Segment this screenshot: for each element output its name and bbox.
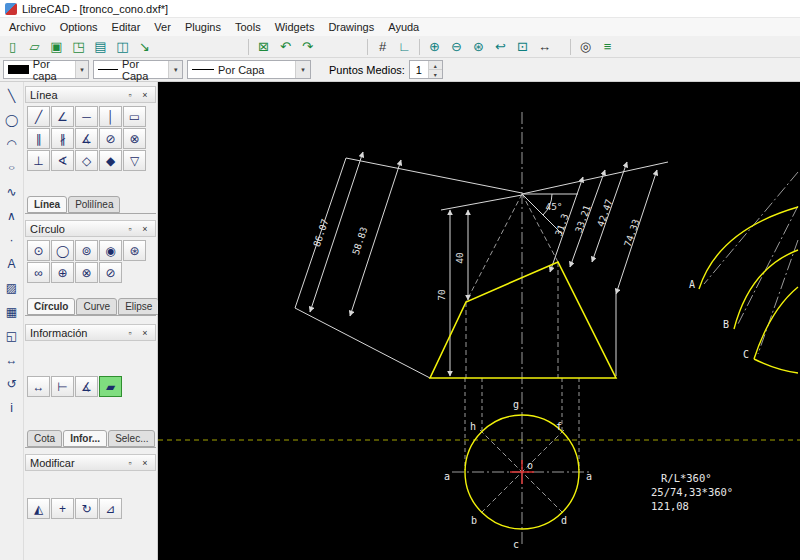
info-tool-icon[interactable]: i	[2, 397, 22, 419]
tab-curve[interactable]: Curve	[76, 298, 117, 315]
zoom-previous-icon[interactable]: ↩	[490, 37, 511, 56]
hatch-tool-icon[interactable]: ▨	[2, 277, 22, 299]
line-relative-angle-icon[interactable]: ∢	[51, 150, 74, 171]
circle-tangent-two-points-icon[interactable]: ∞	[27, 262, 50, 283]
tab-cota[interactable]: Cota	[27, 430, 62, 447]
tab-polilinea[interactable]: Polilínea	[68, 196, 120, 213]
modify-move-icon[interactable]: +	[51, 498, 74, 519]
polygon-center-tangent-icon[interactable]: ◆	[99, 150, 122, 171]
undo-icon[interactable]: ↶	[275, 37, 296, 56]
close-panel-icon[interactable]: ×	[139, 89, 151, 101]
print-icon[interactable]: ▤	[90, 37, 111, 56]
line-angle-icon[interactable]: ∠	[51, 106, 74, 127]
spline-tool-icon[interactable]: ∿	[2, 181, 22, 203]
tab-informacion[interactable]: Infor...	[63, 430, 107, 447]
dim-height-total: 70	[436, 289, 447, 301]
float-panel-icon[interactable]: ▫	[124, 89, 136, 101]
menu-editar[interactable]: Editar	[105, 19, 148, 35]
line-horizontal-icon[interactable]: ─	[75, 106, 98, 127]
main-toolbar: ▯ ▱ ▣ ◳ ▤ ◫ ↘ ⊠ ↶ ↷ # ∟ ⊕ ⊖ ⊛ ↩ ⊡ ↔ ◎ ≡	[0, 36, 800, 58]
line-width-combo[interactable]: Por Capa ▾	[93, 60, 183, 79]
draw-order-icon[interactable]: ≡	[597, 37, 618, 56]
line-tangent-point-icon[interactable]: ⊘	[99, 128, 122, 149]
open-folder-icon[interactable]: ▱	[24, 37, 45, 56]
modify-trim-icon[interactable]: ⊿	[99, 498, 122, 519]
circle-two-points-radius-icon[interactable]: ⊚	[75, 240, 98, 261]
float-panel-icon[interactable]: ▫	[124, 327, 136, 339]
ortho-icon[interactable]: ∟	[394, 37, 415, 56]
info-distance-entity-icon[interactable]: ⊢	[51, 376, 74, 397]
text-tool-icon[interactable]: A	[2, 253, 22, 275]
arc-tool-icon[interactable]: ◠	[2, 133, 22, 155]
layer-color-combo[interactable]: Por capa ▾	[3, 60, 89, 79]
circle-center-radius-icon[interactable]: ⊛	[123, 240, 146, 261]
save-icon[interactable]: ▣	[46, 37, 67, 56]
midpoints-spinner[interactable]: 1 ▴ ▾	[409, 60, 443, 79]
polyline-tool-icon[interactable]: ∧	[2, 205, 22, 227]
redo-icon[interactable]: ↷	[297, 37, 318, 56]
zoom-in-icon[interactable]: ⊕	[424, 37, 445, 56]
export-image-icon[interactable]: ↘	[134, 37, 155, 56]
circle-tool-icon[interactable]: ◯	[2, 109, 22, 131]
circle-tangent-three-icon[interactable]: ⊘	[99, 262, 122, 283]
line-parallel-icon[interactable]: ∥	[27, 128, 50, 149]
menu-tools[interactable]: Tools	[228, 19, 268, 35]
float-panel-icon[interactable]: ▫	[124, 223, 136, 235]
line-type-combo[interactable]: Por Capa ▾	[187, 60, 311, 79]
info-angle-icon[interactable]: ∡	[75, 376, 98, 397]
circle-tangent-circles-radius-icon[interactable]: ⊕	[51, 262, 74, 283]
point-tool-icon[interactable]: ·	[2, 229, 22, 251]
line-vertical-icon[interactable]: │	[99, 106, 122, 127]
info-distance-point-point-icon[interactable]: ↔	[27, 376, 50, 397]
close-panel-icon[interactable]: ×	[139, 327, 151, 339]
tab-linea[interactable]: Línea	[27, 196, 67, 213]
menu-options[interactable]: Options	[53, 19, 105, 35]
circle-tangent-two-circles-icon[interactable]: ⊗	[75, 262, 98, 283]
float-panel-icon[interactable]: ▫	[124, 457, 136, 469]
tab-circulo[interactable]: Círculo	[27, 298, 75, 315]
menu-plugins[interactable]: Plugins	[178, 19, 228, 35]
tab-seleccion[interactable]: Selec...	[108, 430, 155, 447]
new-document-icon[interactable]: ▯	[2, 37, 23, 56]
tab-elipse[interactable]: Elipse	[118, 298, 159, 315]
drawing-canvas[interactable]: 86.07 58.83 70 40 45° 31.3 33.21 42.47 7…	[158, 82, 800, 560]
line-tool-icon[interactable]: ╲	[2, 85, 22, 107]
line-bisector-icon[interactable]: ∡	[75, 128, 98, 149]
modify-tool-icon[interactable]: ↺	[2, 373, 22, 395]
dimension-tool-icon[interactable]: ↔	[2, 349, 22, 371]
polygon-two-corners-icon[interactable]: ▽	[123, 150, 146, 171]
select-entity-icon[interactable]: ◎	[575, 37, 596, 56]
menu-archivo[interactable]: Archivo	[2, 19, 53, 35]
circle-three-points-icon[interactable]: ◉	[99, 240, 122, 261]
modify-mirror-icon[interactable]: ◭	[27, 498, 50, 519]
rectangle-icon[interactable]: ▭	[123, 106, 146, 127]
circle-center-point-icon[interactable]: ⊙	[27, 240, 50, 261]
info-polygon-area-icon[interactable]: ▰	[99, 376, 122, 397]
modify-rotate-icon[interactable]: ↻	[75, 498, 98, 519]
close-panel-icon[interactable]: ×	[139, 457, 151, 469]
polygon-center-corner-icon[interactable]: ◇	[75, 150, 98, 171]
grid-icon[interactable]: #	[372, 37, 393, 56]
menu-drawings[interactable]: Drawings	[321, 19, 381, 35]
close-panel-icon[interactable]: ×	[139, 223, 151, 235]
save-as-icon[interactable]: ◳	[68, 37, 89, 56]
zoom-auto-icon[interactable]: ⊛	[468, 37, 489, 56]
circle-two-points-icon[interactable]: ◯	[51, 240, 74, 261]
line-orthogonal-icon[interactable]: ⊥	[27, 150, 50, 171]
spin-up-icon[interactable]: ▴	[429, 61, 442, 70]
menu-ver[interactable]: Ver	[147, 19, 178, 35]
menu-widgets[interactable]: Widgets	[268, 19, 322, 35]
line-tangent-circles-icon[interactable]: ⊗	[123, 128, 146, 149]
close-drawing-icon[interactable]: ⊠	[253, 37, 274, 56]
menu-ayuda[interactable]: Ayuda	[381, 19, 426, 35]
print-preview-icon[interactable]: ◫	[112, 37, 133, 56]
zoom-window-icon[interactable]: ⊡	[512, 37, 533, 56]
line-parallel-through-icon[interactable]: ∦	[51, 128, 74, 149]
zoom-out-icon[interactable]: ⊖	[446, 37, 467, 56]
block-tool-icon[interactable]: ◱	[2, 325, 22, 347]
image-tool-icon[interactable]: ▦	[2, 301, 22, 323]
ellipse-tool-icon[interactable]: ○	[2, 157, 22, 179]
zoom-pan-icon[interactable]: ↔	[534, 37, 555, 56]
spin-down-icon[interactable]: ▾	[429, 70, 442, 78]
line-two-points-icon[interactable]: ╱	[27, 106, 50, 127]
